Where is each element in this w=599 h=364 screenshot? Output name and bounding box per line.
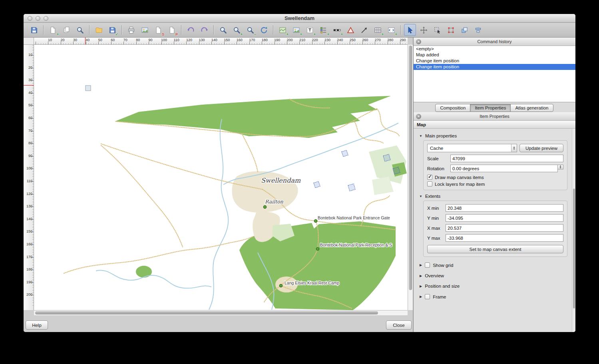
update-preview-button[interactable]: Update preview [519, 144, 563, 152]
disclosure-triangle-icon[interactable]: ▶ [420, 295, 422, 298]
set-to-map-canvas-extent-button[interactable]: Set to map canvas extent [427, 245, 563, 253]
section-checkbox[interactable] [425, 294, 430, 299]
disclosure-triangle-icon[interactable]: ▶ [420, 284, 422, 288]
tab-composition[interactable]: Composition [435, 104, 470, 112]
item-properties-title: Item Properties [480, 114, 509, 119]
titlebar[interactable]: Swellendam [24, 14, 575, 23]
dropdown-arrows-icon[interactable]: ▲▼ [511, 144, 517, 152]
horizontal-scrollbar-thumb[interactable] [35, 311, 378, 314]
export-image-button[interactable] [139, 24, 151, 36]
ruler-number: 150 [26, 229, 32, 233]
load-template-button[interactable] [93, 24, 105, 36]
ruler-number: 10 [28, 53, 32, 57]
undo-button[interactable] [185, 24, 197, 36]
vertical-scrollbar-thumb[interactable] [409, 46, 412, 290]
close-button[interactable]: Close [386, 320, 412, 330]
section-position-and-size[interactable]: ▶Position and size [420, 284, 568, 288]
tab-item-properties[interactable]: Item Properties [470, 104, 511, 112]
section-frame[interactable]: ▶Frame [420, 294, 568, 299]
add-scalebar-button[interactable]: + [331, 24, 343, 36]
disclosure-triangle-icon[interactable]: ▼ [419, 134, 422, 138]
panel-scrollbar-thumb[interactable] [573, 189, 575, 308]
ruler-number: 90 [28, 154, 32, 158]
print-button[interactable] [125, 24, 137, 36]
refresh-view-button[interactable] [258, 24, 270, 36]
minimize-window-button[interactable] [36, 16, 40, 21]
close-window-button[interactable] [28, 16, 32, 21]
extents-section[interactable]: ▼ Extents [419, 194, 568, 199]
poi-rest-camp-label: Lang Elsies Kraal Rest Camp [285, 280, 339, 285]
select-move-item-button[interactable] [404, 24, 416, 36]
save-project-button[interactable] [28, 24, 40, 36]
y-min-input[interactable] [446, 214, 563, 222]
help-button[interactable]: Help [26, 320, 48, 330]
section-show-grid[interactable]: ▶Show grid [420, 263, 568, 268]
save-template-button[interactable]: ✓ [106, 24, 118, 36]
scale-input[interactable] [450, 155, 563, 162]
ruler-number: 50 [28, 103, 32, 107]
composer-small-item[interactable] [86, 86, 91, 91]
toolbar-separator [43, 25, 44, 35]
move4-icon [420, 26, 428, 34]
move-item-content-button[interactable] [418, 24, 430, 36]
ruler-number: 270 [375, 38, 381, 42]
panel-scrollbar[interactable] [572, 129, 575, 332]
zoom-in-button[interactable]: + [231, 24, 243, 36]
x-min-input[interactable] [446, 204, 563, 212]
select-items-button[interactable] [431, 24, 443, 36]
close-panel-icon[interactable]: ✕ [416, 114, 421, 119]
panel-tabs: CompositionItem PropertiesAtlas generati… [414, 102, 575, 112]
main-properties-section[interactable]: ▼ Main properties [419, 133, 568, 138]
tab-atlas-generation[interactable]: Atlas generation [510, 104, 553, 112]
composer-canvas[interactable]: Swellendam Railton Bontebok National Par… [34, 45, 408, 310]
history-item[interactable]: Map added [414, 52, 575, 58]
new-composition-button[interactable]: + [47, 24, 59, 36]
section-checkbox[interactable] [425, 263, 430, 268]
map-item[interactable]: Swellendam Railton Bontebok National Par… [34, 45, 408, 310]
add-map-button[interactable]: + [277, 24, 289, 36]
add-html-button[interactable]: + [385, 24, 397, 36]
section-overview[interactable]: ▶Overview [420, 273, 568, 278]
ruler-number: 250 [350, 38, 356, 42]
disclosure-triangle-icon[interactable]: ▼ [419, 195, 422, 198]
history-item[interactable]: <empty> [414, 46, 575, 52]
add-legend-button[interactable]: + [317, 24, 329, 36]
export-pdf-button[interactable]: P [166, 24, 178, 36]
right-panel: ✕ Command history <empty>Map addedChange… [414, 38, 575, 332]
close-panel-icon[interactable]: ✕ [416, 39, 421, 44]
canvas-horizontal-scrollbar[interactable] [34, 310, 408, 315]
zoom-out-button[interactable]: − [244, 24, 256, 36]
history-item[interactable]: Change item position [414, 58, 575, 64]
add-label-button[interactable]: + [304, 24, 316, 36]
rotation-input[interactable] [450, 165, 558, 172]
composition-manager-button[interactable] [74, 24, 86, 36]
refresh-icon [260, 26, 268, 34]
export-svg-button[interactable]: S [152, 24, 164, 36]
item-type-bar: Map [414, 121, 575, 129]
canvas-vertical-scrollbar[interactable] [408, 45, 413, 310]
align-items-button[interactable] [472, 24, 484, 36]
disclosure-triangle-icon[interactable]: ▶ [420, 274, 422, 278]
add-arrow-button[interactable] [358, 24, 370, 36]
x-max-input[interactable] [446, 224, 563, 232]
add-image-button[interactable]: + [290, 24, 302, 36]
window-controls [28, 16, 48, 21]
y-max-input[interactable] [446, 234, 563, 242]
redo-button[interactable] [198, 24, 210, 36]
history-item[interactable]: Change item position [414, 64, 575, 70]
bottom-bar: Help Close [24, 315, 413, 332]
add-shape-button[interactable] [344, 24, 356, 36]
cache-dropdown[interactable]: Cache ▲▼ [427, 144, 517, 152]
raise-items-button[interactable] [458, 24, 470, 36]
add-table-button[interactable]: + [372, 24, 384, 36]
zoom-full-button[interactable] [217, 24, 229, 36]
scalebar-icon [333, 26, 341, 34]
draw-map-canvas-items-checkbox[interactable] [427, 175, 432, 180]
zoom-window-button[interactable] [44, 16, 48, 21]
disclosure-triangle-icon[interactable]: ▶ [420, 263, 422, 267]
collapsed-sections: ▶Show grid▶Overview▶Position and size▶Fr… [418, 263, 568, 299]
spinner-arrows-icon[interactable]: ▲▼ [558, 165, 563, 169]
duplicate-composition-button[interactable] [60, 24, 72, 36]
edit-nodes-button[interactable] [445, 24, 457, 36]
lock-layers-checkbox[interactable] [427, 181, 432, 187]
